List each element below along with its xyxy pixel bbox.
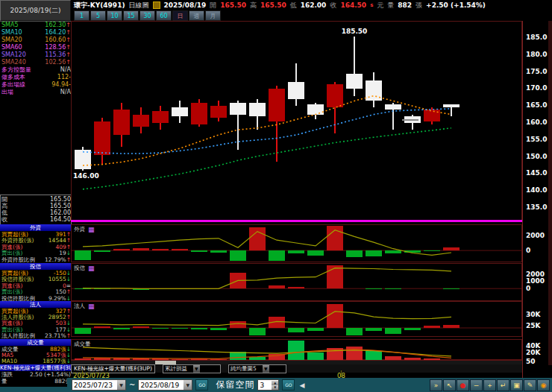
candle-part bbox=[75, 150, 91, 168]
sma-value: 164.20↑ bbox=[45, 29, 71, 37]
sma-row: SMA10164.20↑ bbox=[0, 29, 72, 37]
draw-icon[interactable]: ✎ bbox=[524, 379, 536, 391]
indicator-value: 94.94- bbox=[51, 81, 71, 89]
timeframe-button-5[interactable]: 5 bbox=[90, 10, 106, 21]
timeframe-button-10[interactable]: 10 bbox=[107, 10, 122, 21]
section-header-strategy: KEN-極光線+爆大量(獲利3UP) bbox=[0, 364, 71, 371]
main-candle-chart[interactable]: 185.50146.00 bbox=[71, 21, 522, 221]
timeframe-button-30[interactable]: 30 bbox=[139, 10, 155, 21]
candle-part bbox=[191, 103, 207, 125]
row-label: 投信持股(張) bbox=[1, 276, 34, 282]
volume-panel[interactable]: 成交量 bbox=[71, 339, 522, 361]
sma-label: SMA120 bbox=[1, 51, 26, 59]
calendar-icon[interactable] bbox=[153, 1, 160, 9]
timeframe-button-1[interactable]: 1 bbox=[74, 10, 90, 21]
row-label: 買賣超(張) bbox=[1, 309, 28, 314]
panel-bar bbox=[172, 328, 188, 329]
indicator-label: 出場 bbox=[1, 89, 13, 96]
trend-arrow-icon: ↑ bbox=[66, 59, 71, 66]
section-row: 外資持股比例12.79%↑ bbox=[0, 257, 72, 263]
indicator-value: N/A bbox=[60, 66, 71, 74]
panel-axis-tick: 0 bbox=[526, 285, 530, 292]
pointer-icon[interactable]: ↖ bbox=[443, 379, 456, 391]
row-value-text: 10555 bbox=[48, 276, 66, 282]
sma-value-text: 160.60 bbox=[45, 37, 66, 43]
panel-bar bbox=[75, 250, 91, 261]
grid-icon[interactable]: ▦ bbox=[88, 265, 95, 271]
price-tick: 140.0 bbox=[526, 186, 547, 194]
timeframe-button-15[interactable]: 15 bbox=[123, 10, 139, 21]
candle-part bbox=[172, 107, 188, 116]
collapse-icon[interactable]: ◀ bbox=[299, 382, 304, 389]
period-button-0[interactable]: 日 bbox=[172, 10, 188, 21]
indicator-value: 112- bbox=[57, 74, 71, 81]
row-label: 法人持股(張) bbox=[1, 314, 34, 320]
foreign-investor-panel[interactable]: 外資▦ bbox=[71, 224, 522, 262]
row-label: 賣出(張) bbox=[1, 327, 22, 333]
panel-bar bbox=[152, 358, 169, 360]
panel-bar bbox=[269, 285, 285, 288]
row-value-text: 503 bbox=[55, 320, 66, 326]
zoom-out-icon[interactable]: − bbox=[470, 379, 483, 391]
ohlc-value: 162.00 bbox=[50, 209, 71, 216]
panel-bar bbox=[288, 341, 304, 361]
period-button-2[interactable]: 月 bbox=[205, 10, 221, 21]
panel-label: 法人▦ bbox=[74, 303, 95, 310]
section-row: 量882張 bbox=[0, 379, 72, 385]
chevron-down-icon[interactable]: ▼ bbox=[184, 380, 192, 390]
candle-part bbox=[402, 119, 418, 121]
panel-bar bbox=[75, 328, 91, 335]
row-label: 外資持股(張) bbox=[1, 238, 34, 244]
row-value-text: -150 bbox=[54, 271, 66, 276]
chart-type-label: 日線圖 bbox=[129, 1, 149, 10]
institutional-panel[interactable]: 法人▦ bbox=[71, 301, 522, 337]
row-value: 177↓ bbox=[55, 327, 71, 333]
grid-icon[interactable]: ▦ bbox=[88, 303, 95, 309]
row-label: 成交量 bbox=[1, 347, 19, 353]
section-row: 買賣超(張)327↑ bbox=[0, 309, 72, 314]
from-date-combobox[interactable]: 2025/07/23 ▼ bbox=[72, 379, 126, 391]
investment-trust-panel[interactable]: 投信▦ bbox=[71, 263, 522, 301]
sma-value: 128.56↑ bbox=[45, 44, 71, 51]
panel-bar bbox=[443, 288, 460, 289]
sma-row: SMA120115.36↑ bbox=[0, 51, 72, 59]
section-row: 買進(張)503↓ bbox=[0, 320, 72, 326]
fast-forward-icon[interactable]: » bbox=[430, 379, 442, 391]
panel-label: 成交量 bbox=[74, 341, 91, 348]
open-value: 165.50 bbox=[220, 1, 246, 9]
alert-bell-icon[interactable]: ◉ bbox=[537, 379, 550, 391]
sma-value: 162.30↑ bbox=[45, 22, 71, 29]
windows-icon[interactable]: ▣ bbox=[510, 379, 523, 391]
ohlc-row: 低162.00 bbox=[0, 209, 72, 216]
to-date-value: 2025/08/19 bbox=[139, 382, 184, 389]
timeframe-button-60[interactable]: 60 bbox=[156, 10, 172, 21]
grid-icon[interactable]: ▦ bbox=[88, 227, 95, 233]
step-down-icon[interactable]: ▼ bbox=[272, 385, 278, 390]
section-row: 買賣超(張)391↑ bbox=[0, 232, 72, 238]
apply-space-button[interactable]: GO bbox=[282, 379, 295, 391]
reserved-space-stepper[interactable]: 3 ▲ ▼ bbox=[257, 379, 279, 391]
panel-bar bbox=[152, 249, 169, 250]
apply-range-button[interactable]: GO bbox=[195, 379, 208, 391]
section-row: 賣出(張)19↓ bbox=[0, 250, 72, 256]
panel-bar bbox=[327, 265, 343, 288]
close-label: 收 bbox=[330, 1, 336, 10]
panel-bar bbox=[288, 328, 304, 333]
trend-arrow-icon: ↑ bbox=[66, 44, 71, 51]
period-button-1[interactable]: 週 bbox=[189, 10, 204, 21]
to-date-combobox[interactable]: 2025/08/19 ▼ bbox=[138, 379, 192, 391]
sma-value-text: 102.56 bbox=[45, 59, 66, 66]
row-value: 0= bbox=[63, 283, 71, 289]
clock-icon[interactable]: ● bbox=[457, 379, 469, 391]
panel-axis-tick: 25K bbox=[526, 322, 541, 329]
sma-value-text: 128.56 bbox=[45, 44, 66, 51]
panel-bar bbox=[327, 226, 343, 250]
row-value-text: 391 bbox=[55, 232, 66, 238]
row-label: 買賣超(張) bbox=[1, 232, 28, 238]
chevron-down-icon[interactable]: ▼ bbox=[117, 380, 125, 390]
pan-icon[interactable]: ↵ bbox=[497, 379, 509, 391]
panel-bar bbox=[113, 249, 130, 250]
chevron-down-icon[interactable]: ▼ bbox=[263, 365, 269, 373]
zoom-in-icon[interactable]: ＋ bbox=[483, 379, 496, 391]
chevron-down-icon[interactable]: ▼ bbox=[193, 365, 200, 373]
